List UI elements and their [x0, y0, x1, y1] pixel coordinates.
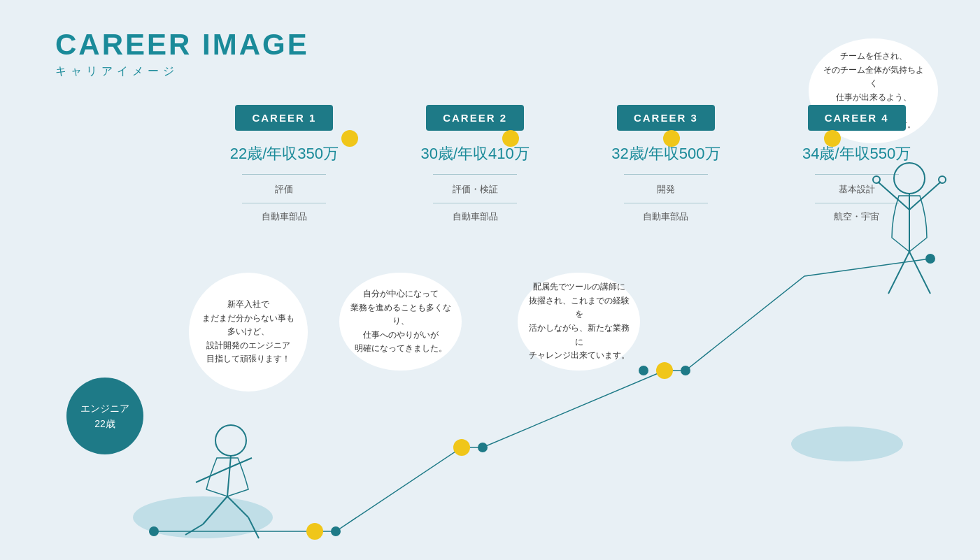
bubble-career2-text: 自分が中心になって業務を進めることも多くなり、仕事へのやりがいが明確になってきま…	[349, 287, 452, 356]
dot-c3-left	[639, 366, 648, 375]
dot-c1-right	[331, 526, 341, 536]
careers-container: CAREER 1 22歳/年収350万 評価 自動車部品 CAREER 2 30…	[189, 105, 952, 226]
career-4-detail: 基本設計 航空・宇宙	[815, 180, 899, 226]
career-col-4: CAREER 4 34歳/年収550万 基本設計 航空・宇宙	[761, 105, 952, 226]
career-3-divider	[624, 174, 708, 175]
bubble-career3-text: 配属先でツールの講師に抜擢され、これまでの経験を活かしながら、新たな業務にチャレ…	[527, 280, 630, 362]
career-4-divider	[815, 174, 899, 175]
header: CAREER IMAGE キャリアイメージ	[55, 28, 309, 79]
career-col-3: CAREER 3 32歳/年収500万 開発 自動車部品	[571, 105, 762, 226]
milestone-1	[306, 523, 323, 540]
career-3-salary: 32歳/年収500万	[611, 143, 720, 164]
career-2-badge: CAREER 2	[426, 105, 524, 131]
ellipse-shadow-1	[133, 496, 273, 538]
role-circle: エンジニア 22歳	[66, 378, 143, 454]
milestone-3	[656, 362, 673, 379]
career-3-detail: 開発 自動車部品	[624, 180, 708, 226]
dot-c3-right	[681, 366, 690, 375]
role-age: 22歳	[94, 416, 115, 431]
svg-line-15	[909, 252, 930, 294]
career-3-badge: CAREER 3	[617, 105, 715, 131]
role-title: エンジニア	[80, 401, 129, 416]
page-wrapper: CAREER IMAGE キャリアイメージ チームを任され、そのチーム全体が気持…	[0, 0, 980, 560]
svg-line-14	[888, 252, 909, 294]
svg-line-1	[227, 456, 231, 496]
bubble-career2: 自分が中心になって業務を進めることも多くなり、仕事へのやりがいが明確になってきま…	[339, 273, 462, 371]
bubble-career3: 配属先でツールの講師に抜擢され、これまでの経験を活かしながら、新たな業務にチャレ…	[518, 273, 640, 371]
milestone-2	[453, 439, 470, 456]
career-2-detail: 評価・検証 自動車部品	[433, 180, 517, 226]
svg-point-0	[215, 425, 246, 456]
career-4-salary: 34歳/年収550万	[802, 143, 911, 164]
dot-end	[925, 254, 935, 264]
career-4-badge: CAREER 4	[808, 105, 906, 131]
career-2-salary: 30歳/年収410万	[420, 143, 529, 164]
svg-line-3	[227, 458, 252, 468]
bubble-career1-text: 新卒入社でまだまだ分からない事も多いけど、設計開発のエンジニア目指して頑張ります…	[202, 298, 294, 366]
career-1-divider	[242, 174, 326, 175]
career-1-detail: 評価 自動車部品	[242, 180, 326, 226]
dot-c2-right	[478, 443, 488, 452]
page-subtitle: キャリアイメージ	[55, 64, 309, 79]
page-title: CAREER IMAGE	[55, 28, 309, 62]
career-col-2: CAREER 2 30歳/年収410万 評価・検証 自動車部品	[380, 105, 571, 226]
svg-line-2	[196, 468, 227, 482]
career-col-1: CAREER 1 22歳/年収350万 評価 自動車部品	[189, 105, 380, 226]
ellipse-shadow-2	[791, 426, 903, 461]
career-1-salary: 22歳/年収350万	[230, 143, 339, 164]
bubble-career1: 新卒入社でまだまだ分からない事も多いけど、設計開発のエンジニア目指して頑張ります…	[189, 273, 308, 392]
career-2-divider	[433, 174, 517, 175]
career-1-badge: CAREER 1	[235, 105, 333, 131]
